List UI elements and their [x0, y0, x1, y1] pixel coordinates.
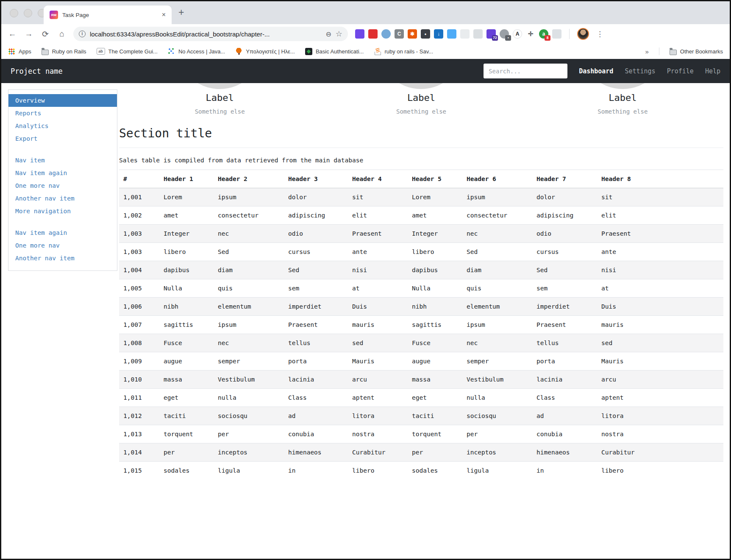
- table-cell: Fusce: [159, 334, 214, 352]
- move-cross-icon[interactable]: ✛: [526, 29, 535, 39]
- bookmark-item[interactable]: ruby on rails - Sav...: [374, 48, 433, 55]
- bookmark-item[interactable]: Υπολογιστές | Ηλε...: [235, 48, 295, 55]
- table-cell: Curabitur: [348, 443, 408, 462]
- table-cell: augue: [408, 352, 462, 371]
- gear-icon[interactable]: ✱: [408, 29, 417, 39]
- ticket-icon[interactable]: 72: [486, 29, 496, 39]
- table-cell: eget: [159, 389, 214, 407]
- window-minimize-button[interactable]: [24, 9, 32, 17]
- tab-close-icon[interactable]: ×: [162, 11, 166, 19]
- home-icon[interactable]: ⌂: [57, 29, 67, 39]
- table-cell: 1,008: [119, 334, 159, 352]
- table-cell: Nulla: [159, 279, 214, 298]
- table-cell: sit: [348, 188, 408, 206]
- brand[interactable]: Project name: [11, 67, 63, 75]
- swirl-icon[interactable]: [381, 29, 391, 39]
- url-bar[interactable]: i localhost:63343/apressBooksEdit/practi…: [73, 27, 348, 41]
- profile-avatar[interactable]: [577, 28, 589, 40]
- bookmark-item[interactable]: No Access | Java...: [168, 48, 225, 55]
- bookmark-item[interactable]: Apps: [8, 48, 31, 55]
- table-cell: massa: [408, 371, 462, 389]
- table-cell: nec: [462, 334, 532, 352]
- sidebar-item-one-more-nav[interactable]: One more nav: [8, 239, 117, 252]
- bookmark-item[interactable]: Ruby on Rails: [42, 48, 86, 55]
- nav-link-settings[interactable]: Settings: [625, 67, 655, 75]
- url-text[interactable]: localhost:63343/apressBooksEdit/practica…: [90, 31, 321, 38]
- eyedropper-icon[interactable]: [355, 29, 364, 39]
- table-cell: taciti: [408, 407, 462, 425]
- bookmark-star-icon[interactable]: ☆: [336, 29, 342, 39]
- sidebar-item-analytics[interactable]: Analytics: [8, 120, 117, 132]
- table-cell: cursus: [532, 243, 597, 261]
- browser-menu-icon[interactable]: ⋮: [596, 30, 603, 39]
- table-header-cell: Header 1: [159, 170, 214, 188]
- table-cell: arcu: [348, 371, 408, 389]
- chat-icon[interactable]: [473, 29, 483, 39]
- grid-icon[interactable]: [460, 29, 470, 39]
- sidebar-item-one-more-nav[interactable]: One more nav: [8, 179, 117, 192]
- lightbulb-icon[interactable]: ●: [421, 29, 430, 39]
- table-row: 1,002ametconsecteturadipiscingelitametco…: [119, 206, 723, 225]
- download-icon[interactable]: ↓: [434, 29, 443, 39]
- table-cell: elementum: [214, 298, 284, 316]
- nav-link-dashboard[interactable]: Dashboard: [579, 67, 613, 75]
- photos-icon[interactable]: [552, 29, 561, 39]
- table-row: 1,005NullaquissematNullaquissemat: [119, 279, 723, 298]
- green-a-icon[interactable]: a8: [539, 29, 548, 39]
- other-bookmarks-button[interactable]: Other Bookmarks: [670, 48, 723, 55]
- browser-tab[interactable]: RM Task Page ×: [44, 6, 172, 24]
- nav-link-profile[interactable]: Profile: [667, 67, 694, 75]
- forward-icon[interactable]: →: [24, 29, 34, 39]
- placeholder-subtext: Something else: [320, 108, 522, 115]
- letter-c-icon[interactable]: C: [395, 29, 404, 39]
- screenshot-icon[interactable]: [447, 29, 456, 39]
- reload-icon[interactable]: ⟳: [40, 29, 50, 39]
- share-people-icon[interactable]: [368, 29, 378, 39]
- placeholder-circle: [176, 83, 263, 89]
- table-cell: Mauris: [348, 352, 408, 371]
- reader-a-icon[interactable]: A: [513, 29, 522, 39]
- sidebar-item-another-nav-item[interactable]: Another nav item: [8, 192, 117, 205]
- table-cell: in: [284, 462, 348, 480]
- sidebar-item-overview[interactable]: Overview: [8, 94, 117, 107]
- table-cell: Fusce: [408, 334, 462, 352]
- sidebar-item-more-navigation[interactable]: More navigation: [8, 205, 117, 217]
- placeholder-label: Label: [320, 92, 522, 103]
- window-close-button[interactable]: [10, 9, 18, 17]
- bookmarks-bar: AppsRuby on RailsabThe Complete Gui...No…: [1, 44, 730, 59]
- table-cell: tellus: [284, 334, 348, 352]
- page-info-icon[interactable]: i: [79, 31, 86, 37]
- table-cell: Duis: [597, 298, 723, 316]
- table-cell: Lorem: [159, 188, 214, 206]
- table-row: 1,006nibhelementumimperdietDuisnibheleme…: [119, 298, 723, 316]
- nav-link-help[interactable]: Help: [705, 67, 720, 75]
- table-cell: sagittis: [159, 316, 214, 334]
- bookmark-item[interactable]: Basic Authenticati...: [305, 48, 364, 55]
- sidebar-item-nav-item-again[interactable]: Nav item again: [8, 167, 117, 179]
- table-cell: ad: [284, 407, 348, 425]
- translate-icon[interactable]: ▪: [500, 29, 509, 39]
- sidebar-item-reports[interactable]: Reports: [8, 107, 117, 120]
- sidebar-item-another-nav-item[interactable]: Another nav item: [8, 252, 117, 265]
- new-tab-button[interactable]: +: [178, 7, 184, 18]
- table-cell: elit: [348, 206, 408, 225]
- back-icon[interactable]: ←: [7, 29, 17, 39]
- search-input[interactable]: [484, 64, 567, 78]
- extension-badge: ▪: [505, 35, 511, 41]
- table-cell: elit: [597, 206, 723, 225]
- section-description: Sales table is compiled from data retrie…: [119, 157, 723, 164]
- browser-toolbar: ← → ⟳ ⌂ i localhost:63343/apressBooksEdi…: [1, 24, 730, 44]
- table-cell: Sed: [214, 243, 284, 261]
- zoom-out-icon[interactable]: ⊖: [325, 30, 331, 38]
- table-cell: ligula: [214, 462, 284, 480]
- bookmark-label: Ruby on Rails: [52, 48, 86, 55]
- sidebar-item-nav-item[interactable]: Nav item: [8, 154, 117, 167]
- sidebar-item-export[interactable]: Export: [8, 132, 117, 145]
- table-header-cell: Header 7: [532, 170, 597, 188]
- placeholder-circle: [579, 83, 666, 89]
- table-cell: sem: [284, 279, 348, 298]
- bookmark-item[interactable]: abThe Complete Gui...: [97, 48, 158, 55]
- table-cell: 1,007: [119, 316, 159, 334]
- sidebar-item-nav-item-again[interactable]: Nav item again: [8, 226, 117, 239]
- bookmarks-overflow-icon[interactable]: »: [645, 48, 649, 55]
